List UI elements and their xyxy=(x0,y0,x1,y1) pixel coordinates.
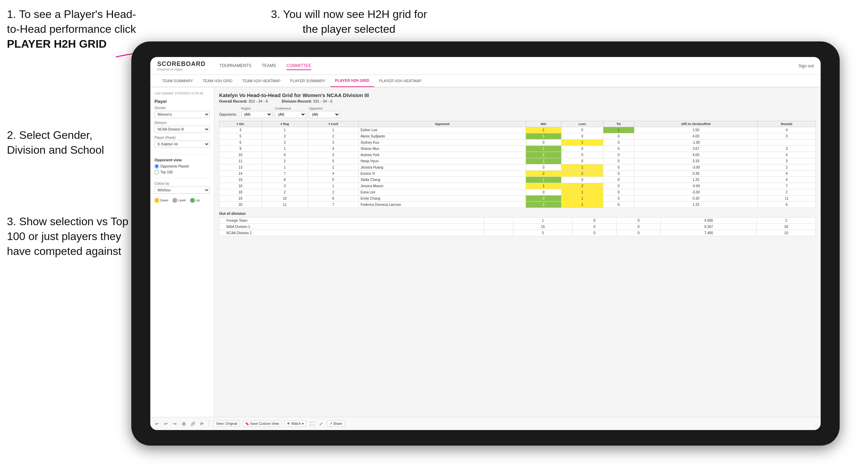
record-row: Overall Record: 353 - 34 - 6 Division Re… xyxy=(219,99,816,103)
col-loss: Loss xyxy=(562,121,603,127)
right-content: Katelyn Vo Head-to-Head Grid for Women's… xyxy=(214,87,821,430)
nav-teams[interactable]: TEAMS xyxy=(262,62,276,70)
save-custom-view-btn[interactable]: 🔖 Save Custom View xyxy=(243,420,282,427)
filter-conference: Conference (All) xyxy=(275,107,306,118)
region-select[interactable]: (All) xyxy=(241,111,272,118)
table-row: 5 2 2 Alexis Sudjianto 1 0 0 4.00 3 xyxy=(219,133,816,140)
legend-level: Level xyxy=(172,198,186,203)
radio-top-100[interactable]: Top 100 xyxy=(154,170,210,174)
view-original-btn[interactable]: View: Original xyxy=(214,420,240,427)
out-of-division-row: Foreign Team 1 0 0 4.500 2 xyxy=(219,218,816,224)
dot-level xyxy=(172,198,177,203)
nav-committee[interactable]: COMMITTEE xyxy=(286,62,311,70)
nav-items: TOURNAMENTS TEAMS COMMITTEE xyxy=(219,62,311,70)
divider-2 xyxy=(154,178,210,178)
crop-icon[interactable]: ⛶ xyxy=(309,421,315,427)
share-btn[interactable]: ↗ Share xyxy=(327,420,345,427)
filter-region: Region (All) xyxy=(241,107,272,118)
table-row: 14 7 4 Eunice Yi 2 2 0 0.38 9 xyxy=(219,171,816,177)
link-icon[interactable]: 🔗 xyxy=(190,421,196,427)
conference-select[interactable]: (All) xyxy=(275,111,306,118)
table-row: 6 3 3 Sydney Kuo 0 1 0 -1.00 xyxy=(219,140,816,146)
sub-nav-player-summary[interactable]: PLAYER SUMMARY xyxy=(285,75,330,87)
main-content: Last Updated: 27/03/2024 16:55:38 Player… xyxy=(150,87,821,430)
table-row: 9 1 4 Sharon Mun 1 0 0 3.67 3 xyxy=(219,146,816,152)
gender-label: Gender xyxy=(154,106,210,110)
watch-btn[interactable]: 👁 Watch ▾ xyxy=(284,420,306,427)
undo2-icon[interactable]: ↩ xyxy=(163,421,169,427)
opponent-view-title: Opponent view xyxy=(154,158,210,162)
h2h-title: Katelyn Vo Head-to-Head Grid for Women's… xyxy=(219,92,816,98)
division-record: Division Record: 331 - 34 - 6 xyxy=(282,99,332,103)
out-of-division-table: Foreign Team 1 0 0 4.500 2 NAIA Division… xyxy=(219,217,816,236)
header-sign-out: Sign out xyxy=(799,64,814,68)
col-tie: Tie xyxy=(603,121,634,127)
col-reg: # Reg xyxy=(262,121,308,127)
table-row: 19 10 6 Emily Chang 4 1 0 0.30 11 xyxy=(219,196,816,202)
resize-icon[interactable]: ⤢ xyxy=(318,421,324,427)
sub-nav-team-h2h-heatmap[interactable]: TEAM H2H HEATMAP xyxy=(237,75,285,87)
col-diff: Diff Av Strokes/Rnd xyxy=(634,121,757,127)
table-row: 15 8 5 Stella Cheng 1 0 0 1.25 4 xyxy=(219,177,816,183)
overall-record: Overall Record: 353 - 34 - 6 xyxy=(219,99,268,103)
sub-nav-team-h2h-grid[interactable]: TEAM H2H GRID xyxy=(198,75,237,87)
app-header: SCOREBOARD Powered by clippd TOURNAMENTS… xyxy=(150,57,821,75)
table-row: 10 6 3 Andrea York 2 0 0 4.00 4 xyxy=(219,152,816,158)
division-label: Division xyxy=(154,121,210,125)
nav-tournaments[interactable]: TOURNAMENTS xyxy=(219,62,251,70)
tablet-screen: SCOREBOARD Powered by clippd TOURNAMENTS… xyxy=(150,57,821,430)
col-rounds: Rounds xyxy=(758,121,816,127)
dot-up xyxy=(190,198,195,203)
player-rank-select[interactable]: 8. Katelyn Vo xyxy=(154,141,210,148)
player-rank-label: Player (Rank) xyxy=(154,136,210,140)
out-of-division-row: NCAA Division 2 5 0 0 7.400 10 xyxy=(219,230,816,236)
sub-nav-team-summary[interactable]: TEAM SUMMARY xyxy=(157,75,198,87)
out-of-division-label: Out of division xyxy=(219,211,816,216)
table-row: 13 1 1 Jessica Huang 0 1 0 -3.00 2 xyxy=(219,164,816,171)
opponent-select[interactable]: (All) xyxy=(309,111,340,118)
colour-legend: Down Level Up xyxy=(154,198,210,203)
colour-by-select[interactable]: Win/loss xyxy=(154,187,210,194)
refresh-icon[interactable]: ⟳ xyxy=(199,421,205,427)
col-div: # Div xyxy=(219,121,262,127)
table-row: 18 2 2 Euna Lee 0 1 0 -5.00 2 xyxy=(219,189,816,196)
sub-nav-player-h2h-grid[interactable]: PLAYER H2H GRID xyxy=(330,75,374,87)
division-select[interactable]: NCAA Division III NCAA Division I NCAA D… xyxy=(154,126,210,133)
gender-select[interactable]: Women's Men's xyxy=(154,111,210,118)
instruction-mid-left: 2. Select Gender, Division and School xyxy=(7,128,131,158)
col-opponent: Opponent xyxy=(359,121,526,127)
table-row: 16 3 1 Jessica Mason 1 2 0 -0.94 7 xyxy=(219,183,816,189)
toolbar-divider-1 xyxy=(209,420,209,427)
sub-nav: TEAM SUMMARY TEAM H2H GRID TEAM H2H HEAT… xyxy=(150,75,821,87)
left-panel: Last Updated: 27/03/2024 16:55:38 Player… xyxy=(150,87,214,430)
logo-sub: Powered by clippd xyxy=(157,68,206,71)
instruction-top-right: 3. You will now see H2H grid for the pla… xyxy=(263,7,435,37)
grid-icon[interactable]: ⊞ xyxy=(181,421,187,427)
toolbar: ↩ ↩ ↪ ⊞ 🔗 ⟳ View: Original 🔖 Save Custom… xyxy=(150,417,821,430)
undo-icon[interactable]: ↩ xyxy=(154,421,160,427)
player-section-title: Player xyxy=(154,99,210,104)
dot-down xyxy=(154,198,159,203)
col-win: Win xyxy=(526,121,561,127)
table-row: 3 1 1 Esther Lee 1 0 1 1.50 4 xyxy=(219,127,816,133)
logo-area: SCOREBOARD Powered by clippd xyxy=(157,60,206,71)
col-conf: # Conf xyxy=(308,121,359,127)
filter-opponent: Opponent (All) xyxy=(309,107,340,118)
legend-up: Up xyxy=(190,198,200,203)
out-of-division-row: NAIA Division 1 15 0 0 9.267 30 xyxy=(219,224,816,230)
table-row: 20 11 7 Federica Domecq Lacroze 2 1 0 1.… xyxy=(219,202,816,208)
instruction-top-left: 1. To see a Player's Head-to-Head perfor… xyxy=(7,7,138,52)
table-row: 11 2 5 Heejo Hyun 1 0 0 3.33 3 xyxy=(219,158,816,164)
colour-by-label: Colour by xyxy=(154,182,210,185)
radio-opponents-played[interactable]: Opponents Played xyxy=(154,164,210,169)
sub-nav-player-h2h-heatmap[interactable]: PLAYER H2H HEATMAP xyxy=(374,75,426,87)
filter-row: Opponents: Region (All) Conference (All) xyxy=(219,107,816,118)
tablet-frame: SCOREBOARD Powered by clippd TOURNAMENTS… xyxy=(131,41,840,446)
logo-text: SCOREBOARD xyxy=(157,60,206,68)
instruction-bottom-left: 3. Show selection vs Top 100 or just pla… xyxy=(7,214,135,259)
timestamp: Last Updated: 27/03/2024 16:55:38 xyxy=(154,92,210,95)
divider-1 xyxy=(154,154,210,154)
legend-down: Down xyxy=(154,198,168,203)
h2h-table: # Div # Reg # Conf Opponent Win Loss Tie… xyxy=(219,121,816,208)
redo-icon[interactable]: ↪ xyxy=(172,421,178,427)
